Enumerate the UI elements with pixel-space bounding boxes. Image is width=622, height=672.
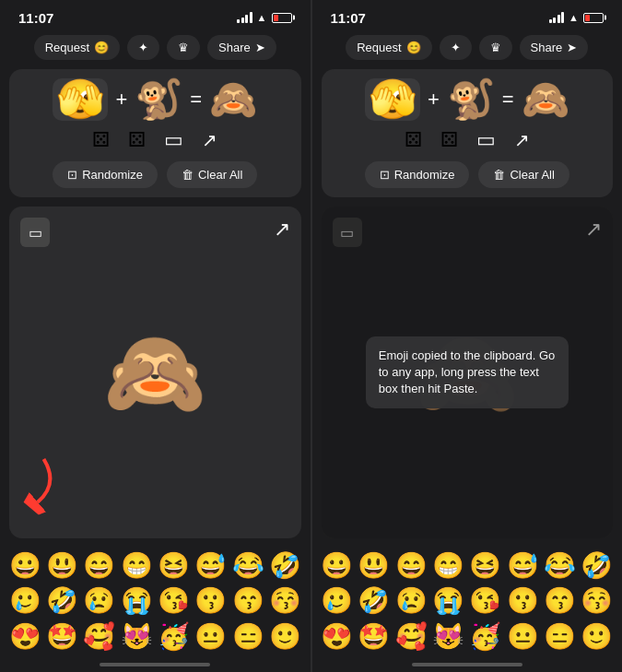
share-result-button-left[interactable]: ↗ <box>274 218 290 242</box>
emoji-keyboard-left: 😀 😃 😄 😁 😆 😅 😂 🤣 🥲 🤣 😢 😭 😘 😗 😙 😚 😍 🤩 🥰 😻 … <box>0 544 311 659</box>
dice1-icon-right[interactable]: ⚄ <box>405 128 422 152</box>
list-item[interactable]: 😅 <box>505 549 540 583</box>
list-item[interactable]: 😄 <box>82 549 117 583</box>
list-item[interactable]: 😄 <box>393 549 428 583</box>
list-item[interactable]: 😙 <box>230 584 265 618</box>
action-buttons-right: ⊡ Randomize 🗑 Clear All <box>333 161 603 188</box>
list-item[interactable]: 😂 <box>230 549 265 583</box>
list-item[interactable]: 😀 <box>320 549 355 583</box>
clear-all-button-left[interactable]: 🗑 Clear All <box>167 161 257 188</box>
sparkle-button-right[interactable]: ✦ <box>440 35 472 60</box>
list-item[interactable]: 😀 <box>7 549 42 583</box>
emoji2-right[interactable]: 🐒 <box>447 80 495 119</box>
list-item[interactable]: 😑 <box>542 620 577 654</box>
emoji-mixer-right: 🫣 + 🐒 = 🙈 ⚄ ⚄ ▭ ↗ ⊡ Randomize 🗑 Clear Al… <box>322 69 614 197</box>
share-button-right[interactable]: Share ➤ <box>520 35 589 60</box>
list-item[interactable]: 🥲 <box>7 584 42 618</box>
list-item[interactable]: 😢 <box>82 584 117 618</box>
list-item[interactable]: 😘 <box>468 584 503 618</box>
result-emoji-left: 🙈 <box>103 331 206 414</box>
list-item[interactable]: 😅 <box>194 549 229 583</box>
dice2-icon-left[interactable]: ⚄ <box>128 128 146 152</box>
request-button-left[interactable]: Request 😊 <box>34 35 120 60</box>
status-bar-left: 11:07 ▲ <box>0 0 311 29</box>
list-item[interactable]: 😭 <box>430 584 465 618</box>
emoji1-right[interactable]: 🫣 <box>365 78 420 121</box>
time-left: 11:07 <box>18 10 53 26</box>
list-item[interactable]: 🥳 <box>468 620 503 654</box>
list-item[interactable]: 🙂 <box>580 620 615 654</box>
list-item[interactable]: 😐 <box>194 620 229 654</box>
list-item[interactable]: 😗 <box>505 584 540 618</box>
list-item[interactable]: 🥰 <box>393 620 428 654</box>
list-item[interactable]: 🤣 <box>580 549 615 583</box>
emoji-grid-left: 😀 😃 😄 😁 😆 😅 😂 🤣 🥲 🤣 😢 😭 😘 😗 😙 😚 😍 🤩 🥰 😻 … <box>7 549 303 654</box>
share-button-left[interactable]: Share ➤ <box>207 35 276 60</box>
wifi-icon: ▲ <box>257 12 267 23</box>
action-buttons-left: ⊡ Randomize 🗑 Clear All <box>20 161 290 188</box>
list-item[interactable]: 😚 <box>580 584 615 618</box>
copy-button-left[interactable]: ▭ <box>20 218 50 247</box>
list-item[interactable]: 🤩 <box>357 620 392 654</box>
dice1-icon-left[interactable]: ⚄ <box>92 128 110 152</box>
emoji1-left[interactable]: 🫣 <box>53 78 108 121</box>
list-item[interactable]: 🤣 <box>267 549 302 583</box>
list-item[interactable]: 🥰 <box>82 620 117 654</box>
plus-operator-right: + <box>428 88 440 112</box>
emoji2-left[interactable]: 🐒 <box>135 80 182 119</box>
list-item[interactable]: 😚 <box>267 584 302 618</box>
copy-small-icon-right[interactable]: ▭ <box>476 128 496 152</box>
list-item[interactable]: 😁 <box>430 549 465 583</box>
home-indicator-left <box>100 663 210 666</box>
request-button-right[interactable]: Request 😊 <box>346 35 431 60</box>
plus-operator-left: + <box>115 88 127 112</box>
list-item[interactable]: 😘 <box>156 584 191 618</box>
list-item[interactable]: 😐 <box>505 620 540 654</box>
randomize-button-right[interactable]: ⊡ Randomize <box>365 161 470 188</box>
battery-icon-right <box>583 13 604 23</box>
list-item[interactable]: 😍 <box>320 620 355 654</box>
randomize-icon-left: ⊡ <box>67 168 77 182</box>
crown-button-right[interactable]: ♛ <box>479 35 512 60</box>
list-item[interactable]: 😆 <box>156 549 191 583</box>
list-item[interactable]: 🙂 <box>267 620 302 654</box>
list-item[interactable]: 😆 <box>468 549 503 583</box>
list-item[interactable]: 😻 <box>430 620 465 654</box>
sparkle-button-left[interactable]: ✦ <box>127 35 159 60</box>
list-item[interactable]: 😂 <box>542 549 577 583</box>
copy-small-icon-left[interactable]: ▭ <box>164 128 183 152</box>
toolbar-left: Request 😊 ✦ ♛ Share ➤ <box>0 29 311 65</box>
emoji-keyboard-right: 😀 😃 😄 😁 😆 😅 😂 🤣 🥲 🤣 😢 😭 😘 😗 😙 😚 😍 🤩 🥰 😻 … <box>312 544 623 659</box>
list-item[interactable]: 😁 <box>119 549 154 583</box>
clear-all-button-right[interactable]: 🗑 Clear All <box>478 161 569 188</box>
tooltip-overlay: Emoji copied to the clipboard. Go to any… <box>322 206 614 538</box>
list-item[interactable]: 😍 <box>7 620 42 654</box>
trash-icon-right: 🗑 <box>493 168 505 182</box>
share-small-icon-left[interactable]: ↗ <box>202 129 217 151</box>
list-item[interactable]: 😗 <box>194 584 229 618</box>
randomize-button-left[interactable]: ⊡ Randomize <box>53 161 158 188</box>
dice2-icon-right[interactable]: ⚄ <box>440 128 458 152</box>
list-item[interactable]: 🤣 <box>44 584 79 618</box>
trash-icon-left: 🗑 <box>182 168 194 182</box>
list-item[interactable]: 🥲 <box>320 584 355 618</box>
list-item[interactable]: 😃 <box>44 549 79 583</box>
emoji-controls-right: ⚄ ⚄ ▭ ↗ <box>333 128 603 152</box>
list-item[interactable]: 🤩 <box>44 620 79 654</box>
phone-panel-right: 11:07 ▲ Request 😊 ✦ ♛ Share ➤ 🫣 <box>311 0 623 672</box>
list-item[interactable]: 🤣 <box>357 584 392 618</box>
phone-panel-left: 11:07 ▲ Request 😊 ✦ ♛ Share ➤ 🫣 <box>0 0 311 672</box>
red-arrow-left <box>7 440 84 518</box>
list-item[interactable]: 😃 <box>357 549 392 583</box>
equals-operator-left: = <box>190 88 202 112</box>
list-item[interactable]: 😙 <box>542 584 577 618</box>
list-item[interactable]: 😑 <box>230 620 265 654</box>
crown-button-left[interactable]: ♛ <box>167 35 200 60</box>
list-item[interactable]: 😭 <box>119 584 154 618</box>
emoji-grid-right: 😀 😃 😄 😁 😆 😅 😂 🤣 🥲 🤣 😢 😭 😘 😗 😙 😚 😍 🤩 🥰 😻 … <box>320 549 616 654</box>
list-item[interactable]: 😢 <box>393 584 428 618</box>
list-item[interactable]: 🥳 <box>156 620 191 654</box>
list-item[interactable]: 😻 <box>119 620 154 654</box>
emoji-controls-left: ⚄ ⚄ ▭ ↗ <box>20 128 290 152</box>
share-small-icon-right[interactable]: ↗ <box>514 129 530 151</box>
